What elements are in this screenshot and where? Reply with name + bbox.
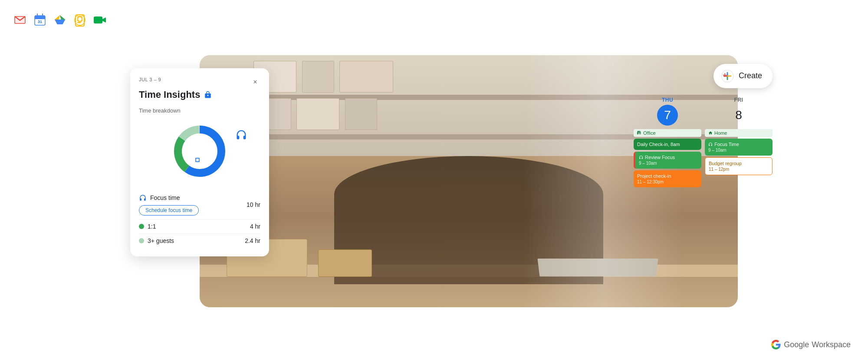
day-columns: THU 7 Office Daily Check-in, 8am [634, 97, 773, 188]
section-label: Time breakdown [139, 107, 260, 114]
calendar-icon[interactable]: 31 [32, 12, 48, 28]
app-icons-bar: 31 [12, 12, 108, 28]
keep-icon[interactable] [72, 12, 88, 28]
thu-events: Office Daily Check-in, 8am Review Focus [634, 129, 701, 188]
drive-icon[interactable] [52, 12, 68, 28]
friday-column: FRI 8 Home Focus Time [705, 97, 773, 188]
office-badge: Office [634, 129, 701, 137]
google-text: Google [784, 340, 809, 349]
card-title: Time Insights [139, 89, 200, 100]
gmail-icon[interactable] [12, 12, 28, 28]
meet-icon[interactable] [92, 12, 108, 28]
fri-day-number: 8 [728, 105, 749, 126]
workspace-text: Workspace [812, 340, 851, 349]
svg-marker-16 [55, 20, 65, 24]
focus-time-value: 10 hr [247, 201, 260, 208]
focus-time-label: Focus time [150, 194, 180, 201]
svg-point-22 [78, 17, 82, 21]
date-range-label: JUL 3 – 9 [139, 77, 161, 82]
svg-rect-5 [35, 18, 45, 19]
one-on-one-metric: 1:1 4 hr [139, 219, 260, 234]
thu-day-number: 7 [657, 105, 678, 126]
svg-marker-24 [102, 17, 106, 23]
donut-chart [139, 121, 260, 182]
create-button[interactable]: + Create [713, 64, 773, 88]
three-plus-metric: 3+ guests 2.4 hr [139, 234, 260, 248]
main-content: JUL 3 – 9 × Time Insights Time breakdown [87, 35, 781, 327]
focus-time-event[interactable]: Focus Time 9 – 10am [705, 139, 773, 156]
svg-rect-29 [196, 158, 199, 162]
thu-day-name: THU [662, 97, 673, 103]
one-on-one-dot [139, 224, 144, 229]
create-label: Create [739, 71, 762, 80]
google-workspace-branding: Google Workspace [771, 339, 851, 350]
budget-regroup-event[interactable]: Budget regroup 11 – 12pm [705, 157, 773, 175]
one-on-one-label: 1:1 [148, 223, 156, 230]
create-plus-icon: + [720, 69, 734, 83]
one-on-one-value: 4 hr [250, 223, 260, 230]
fri-day-name: FRI [734, 97, 743, 103]
time-insights-card: JUL 3 – 9 × Time Insights Time breakdown [130, 68, 269, 256]
card-title-row: Time Insights [139, 89, 260, 100]
home-badge: Home [705, 129, 773, 137]
svg-rect-23 [94, 17, 102, 23]
daily-checkin-event[interactable]: Daily Check-in, 8am [634, 139, 701, 150]
schedule-focus-time-button[interactable]: Schedule focus time [139, 205, 199, 216]
lock-icon [204, 90, 212, 99]
calendar-panel: + Create [634, 64, 773, 188]
office-label: Office [643, 130, 656, 136]
fri-events: Home Focus Time 9 – 10am Budget [705, 129, 773, 176]
home-label: Home [714, 130, 727, 136]
three-plus-dot [139, 238, 144, 243]
svg-text:31: 31 [38, 20, 42, 24]
review-focus-event[interactable]: Review Focus 9 – 10am [634, 152, 701, 169]
thursday-column: THU 7 Office Daily Check-in, 8am [634, 97, 701, 188]
three-plus-label: 3+ guests [148, 237, 174, 244]
close-button[interactable]: × [250, 77, 260, 87]
three-plus-value: 2.4 hr [245, 237, 260, 244]
focus-time-metric: Focus time Schedule focus time 10 hr [139, 190, 260, 219]
google-logo-icon [771, 339, 781, 350]
card-header: JUL 3 – 9 × [139, 77, 260, 87]
svg-text:+: + [723, 71, 727, 80]
project-checkin-event[interactable]: Project check-in 11 – 12:30pm [634, 170, 701, 187]
